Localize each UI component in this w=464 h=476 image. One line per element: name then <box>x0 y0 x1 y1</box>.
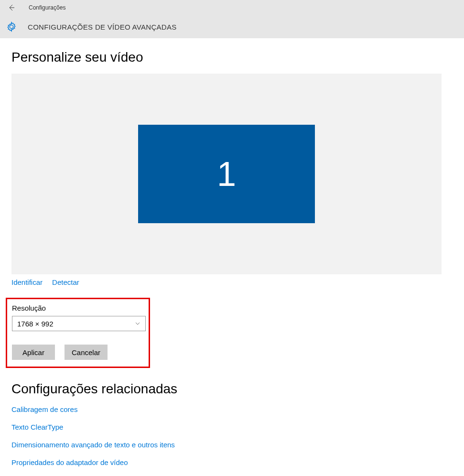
related-links-list: Calibragem de cores Texto ClearType Dime… <box>11 405 453 466</box>
resolution-dropdown[interactable]: 1768 × 992 <box>12 316 146 331</box>
main-content: Personalize seu vídeo 1 Identificar Dete… <box>0 38 464 466</box>
cancel-button[interactable]: Cancelar <box>65 345 108 360</box>
page-title: CONFIGURAÇÕES DE VÍDEO AVANÇADAS <box>28 23 177 31</box>
resolution-value: 1768 × 992 <box>17 320 54 328</box>
advanced-sizing-link[interactable]: Dimensionamento avançado de texto e outr… <box>11 441 453 449</box>
gear-icon <box>5 20 18 33</box>
header-top-bar: Configurações <box>0 0 464 15</box>
display-action-links: Identificar Detectar <box>11 278 453 286</box>
app-name-label: Configurações <box>29 4 65 11</box>
chevron-down-icon <box>135 321 140 326</box>
back-button[interactable] <box>4 0 19 15</box>
header-sub-bar: CONFIGURAÇÕES DE VÍDEO AVANÇADAS <box>0 15 464 38</box>
monitor-number-label: 1 <box>217 154 236 194</box>
resolution-highlight-box: Resolução 1768 × 992 Aplicar Cancelar <box>6 298 150 368</box>
apply-button[interactable]: Aplicar <box>12 345 55 360</box>
identify-link[interactable]: Identificar <box>11 278 43 286</box>
detect-link[interactable]: Detectar <box>52 278 79 286</box>
resolution-label: Resolução <box>12 304 144 312</box>
back-arrow-icon <box>8 4 15 11</box>
display-monitor-1[interactable]: 1 <box>138 125 315 223</box>
adapter-properties-link[interactable]: Propriedades do adaptador de vídeo <box>11 458 453 466</box>
color-calibration-link[interactable]: Calibragem de cores <box>11 405 453 413</box>
related-settings-heading: Configurações relacionadas <box>11 381 453 397</box>
cleartype-link[interactable]: Texto ClearType <box>11 423 453 431</box>
resolution-button-row: Aplicar Cancelar <box>12 345 144 360</box>
display-preview-area: 1 <box>11 74 442 274</box>
personalize-heading: Personalize seu vídeo <box>11 50 453 65</box>
